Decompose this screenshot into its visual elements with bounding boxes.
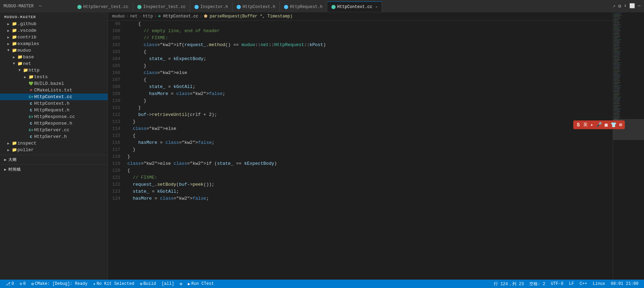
- more-icon[interactable]: ⋯: [638, 3, 641, 9]
- tree-label-poller: poller: [17, 147, 34, 153]
- s-english-icon[interactable]: 英: [583, 121, 588, 128]
- sidebar-item-cmakelists[interactable]: MCMakeLists.txt: [0, 87, 108, 94]
- sidebar-header: MUDUO-MASTER: [0, 14, 108, 21]
- sidebar-item-tests[interactable]: ▶📁tests: [0, 74, 108, 80]
- sidebar-item-httpserver-h[interactable]: CHttpServer.h: [0, 133, 108, 140]
- tree-arrow-tests: ▶: [22, 75, 28, 79]
- line-number-99: 99: [112, 21, 120, 28]
- line-number-117: 117: [112, 146, 120, 153]
- sidebar-item-httpresponse-h[interactable]: CHttpResponse.h: [0, 120, 108, 127]
- s-toolbar: S 英 ✦ 🎤 ▦ 👕 ⊞: [573, 120, 625, 129]
- status-platform[interactable]: Linux: [590, 281, 608, 286]
- status-debug[interactable]: ⚙: [177, 280, 185, 288]
- sidebar-item-muduo[interactable]: ▼📁muduo: [0, 47, 108, 54]
- code-line-104: state_ = kExpectBody;: [127, 56, 613, 62]
- breadcrumb-muduo[interactable]: muduo: [112, 14, 125, 19]
- s-dot-icon[interactable]: ✦: [590, 121, 594, 128]
- sidebar-item-httpserver-cc[interactable]: C+HttpServer.cc: [0, 127, 108, 133]
- code-line-103: {: [127, 49, 613, 56]
- sidebar-item-poller[interactable]: ▶📁poller: [0, 147, 108, 153]
- sidebar-item-httpcontext-h[interactable]: CHttpContext.h: [0, 100, 108, 107]
- tree-label-httpresponse-cc: HttpResponse.cc: [34, 114, 75, 119]
- run-label: Run CTest: [191, 281, 214, 286]
- status-time: 08:01 21:00: [608, 281, 641, 286]
- status-line-col[interactable]: 行 124，列 23: [491, 281, 527, 287]
- s-shirt-icon[interactable]: 👕: [610, 121, 617, 128]
- breadcrumb-file[interactable]: ⊕ HttpContext.cc: [158, 14, 198, 19]
- line-number-109: 109: [112, 90, 120, 97]
- sidebar-item-build-bazel[interactable]: 💚BUILD.bazel: [0, 80, 108, 87]
- s-apps-icon[interactable]: ⊞: [619, 121, 623, 128]
- s-grid-icon[interactable]: ▦: [604, 121, 608, 128]
- tab-tab-inspector-h[interactable]: Inspector.h: [190, 1, 232, 12]
- status-build[interactable]: ⚙ Build: [137, 280, 159, 288]
- code-line-120: {: [127, 167, 613, 174]
- tab-tab-httpcontext-h[interactable]: HttpContext.h: [232, 1, 280, 12]
- layout-icon[interactable]: ⬜: [629, 3, 635, 9]
- tab-icon-tab-httpcontext-h: [237, 5, 241, 9]
- file-icon-httpserver-h: C: [28, 134, 34, 139]
- tab-tab-inspector-test[interactable]: Inspector_test.cc: [133, 1, 190, 12]
- status-run[interactable]: ▶ Run CTest: [185, 280, 217, 288]
- tab-tab-httprequest-h[interactable]: HttpRequest.h: [280, 1, 327, 12]
- line-number-112: 112: [112, 111, 120, 118]
- file-icon-httpresponse-cc: C+: [28, 115, 34, 119]
- status-kit[interactable]: ✦ No Kit Selected: [90, 280, 137, 288]
- tree-label-httpserver-cc: HttpServer.cc: [34, 127, 69, 133]
- status-encoding[interactable]: UTF-8: [548, 281, 566, 286]
- line-number-100: 100: [112, 28, 120, 35]
- code-editor[interactable]: 9910010110210310410510610710810911011111…: [108, 21, 613, 280]
- status-cmake[interactable]: ⚙ CMake: [Debug]: Ready: [29, 280, 90, 288]
- status-lang[interactable]: C++: [577, 281, 590, 286]
- status-spaces[interactable]: 空格: 2: [527, 281, 548, 287]
- s-logo[interactable]: S: [575, 121, 581, 128]
- sidebar-item-base[interactable]: ▶📁base: [0, 54, 108, 60]
- code-line-110: }: [127, 97, 613, 104]
- status-all[interactable]: [all]: [159, 280, 177, 288]
- tab-icon-tab-inspector-test: [137, 5, 141, 9]
- breadcrumb: muduo › net › http › ⊕ HttpContext.cc › …: [108, 12, 613, 21]
- tree-arrow-net: ▼: [11, 62, 17, 66]
- sidebar-item-httpcontext-cc[interactable]: C+HttpContext.cc: [0, 94, 108, 100]
- sidebar-item-httpresponse-cc[interactable]: C+HttpResponse.cc: [0, 113, 108, 120]
- sidebar-item-http[interactable]: ▼📁http: [0, 67, 108, 74]
- breadcrumb-net[interactable]: net: [130, 14, 138, 19]
- sidebar-item-httprequest-h[interactable]: CHttpRequest.h: [0, 107, 108, 113]
- file-icon-cmakelists: M: [28, 88, 34, 93]
- encoding-label: UTF-8: [551, 281, 564, 286]
- sidebar-item-net[interactable]: ▼📁net: [0, 60, 108, 67]
- download-icon[interactable]: ⬇: [624, 3, 627, 9]
- tree-arrow-contrib: ▶: [6, 35, 11, 39]
- tab-close-tab-httpcontext-cc[interactable]: ✕: [375, 5, 377, 9]
- breadcrumb-http[interactable]: http: [143, 14, 153, 19]
- sidebar-item-examples[interactable]: ▶📁examples: [0, 40, 108, 47]
- status-line-ending[interactable]: LF: [566, 281, 577, 286]
- editor: muduo › net › http › ⊕ HttpContext.cc › …: [108, 12, 613, 280]
- status-errors[interactable]: ⊘ 0: [17, 280, 28, 288]
- sidebar-item-vscode[interactable]: ▶📁.vscode: [0, 27, 108, 34]
- settings-icon[interactable]: ⚙: [618, 3, 621, 9]
- code-line-99: {: [127, 21, 613, 28]
- s-mic-icon[interactable]: 🎤: [595, 121, 603, 128]
- breadcrumb-function[interactable]: ⬟ parseRequest(Buffer *, Timestamp): [204, 14, 293, 19]
- line-number-121: 121: [112, 174, 120, 181]
- tree-label-httpcontext-h: HttpContext.h: [34, 101, 69, 106]
- tab-tab-httpserver-test[interactable]: HttpServer_test.cc: [73, 1, 133, 12]
- status-git[interactable]: ⎇ 0: [3, 280, 17, 288]
- sidebar-item-inspect[interactable]: ▶📁inspect: [0, 140, 108, 147]
- statusbar: ⎇ 0 ⊘ 0 ⚙ CMake: [Debug]: Ready ✦ No Kit…: [0, 280, 644, 288]
- outline-arrow: ▶: [4, 157, 7, 162]
- file-icon-vscode: 📁: [11, 28, 17, 33]
- line-number-105: 105: [112, 62, 120, 69]
- line-number-104: 104: [112, 56, 120, 62]
- sidebar-item-contrib[interactable]: ▶📁contrib: [0, 34, 108, 40]
- titlebar-more[interactable]: ⋯: [39, 4, 41, 9]
- outline-header[interactable]: ▶ 大纲: [0, 156, 108, 163]
- sidebar-item-github[interactable]: ▶📁.github: [0, 21, 108, 27]
- timeline-header[interactable]: ▶ 时间线: [0, 166, 108, 173]
- git-icon: ⎇: [6, 281, 10, 287]
- file-icon-inspect: 📁: [11, 141, 17, 146]
- cmake-icon: ⚙: [31, 281, 34, 287]
- tab-tab-httpcontext-cc[interactable]: HttpContext.cc✕: [327, 1, 382, 12]
- split-icon[interactable]: ↗: [613, 3, 615, 9]
